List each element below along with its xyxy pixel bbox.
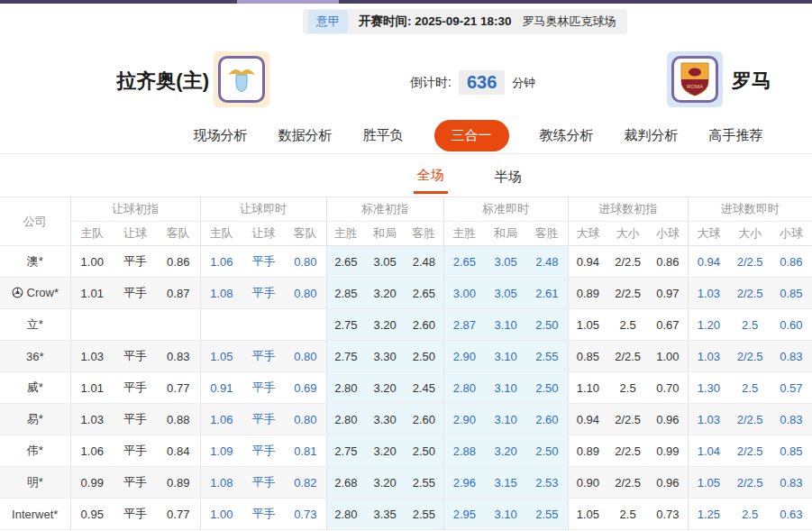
odds-cell: 1.10 (568, 372, 607, 404)
odds-cell: 2.50 (526, 309, 568, 341)
odds-cell: 1.30 (688, 372, 729, 404)
odds-cell: 3.10 (485, 404, 526, 435)
away-team-name: 罗马 (732, 68, 771, 95)
odds-cell: 2.45 (405, 372, 443, 404)
odds-cell: 3.05 (485, 246, 526, 278)
odds-cell: 3.20 (365, 278, 405, 309)
nav-tab-three-in-one[interactable]: 三合一 (434, 120, 509, 151)
odds-cell: 0.85 (771, 278, 812, 309)
subcol-header: 客胜 (526, 222, 568, 246)
away-team-badge: ROMA (667, 51, 723, 107)
company-cell[interactable]: 威* (0, 372, 70, 404)
odds-cell: 1.03 (688, 278, 729, 309)
subcol-header: 让球 (242, 222, 285, 246)
odds-cell: 1.01 (70, 372, 114, 404)
odds-cell (114, 309, 157, 341)
group-header-2: 标准初指 (326, 197, 443, 222)
odds-cell: 0.86 (157, 246, 200, 278)
odds-cell: 1.06 (200, 246, 242, 278)
odds-cell (242, 309, 285, 341)
odds-cell: 2.48 (405, 246, 443, 278)
odds-cell: 2.5 (607, 372, 648, 404)
subcol-header: 大球 (688, 222, 729, 246)
odds-row-36: 36*1.03平手0.831.05平手0.802.753.302.502.903… (0, 341, 812, 372)
odds-cell: 1.08 (200, 467, 242, 499)
odds-cell: 2.50 (405, 341, 443, 372)
odds-cell: 1.03 (70, 341, 114, 372)
countdown-value: 636 (459, 70, 505, 95)
odds-cell: 0.77 (157, 499, 200, 530)
match-meta-bar: 意甲 开赛时间: 2025-09-21 18:30 罗马奥林匹克球场 (303, 9, 627, 34)
group-header-5: 进球数即时 (688, 197, 812, 222)
odds-cell: 0.89 (157, 467, 200, 499)
odds-cell: 2.55 (405, 467, 443, 499)
odds-cell: 平手 (114, 499, 157, 530)
league-tag[interactable]: 意甲 (308, 10, 348, 33)
odds-cell: 1.01 (70, 278, 114, 309)
odds-cell: 0.90 (568, 467, 607, 499)
group-header-4: 进球数初指 (568, 197, 688, 222)
company-cell[interactable]: 澳* (0, 246, 70, 278)
company-cell[interactable]: 36* (0, 341, 70, 372)
odds-cell: 0.99 (648, 435, 688, 467)
odds-cell: 3.20 (365, 372, 405, 404)
subtab-half-time[interactable]: 半场 (491, 160, 525, 193)
odds-cell: 平手 (114, 341, 157, 372)
odds-cell: 2.5 (607, 499, 648, 530)
odds-cell (70, 309, 114, 341)
odds-cell: 2.85 (326, 278, 365, 309)
odds-cell: 2.55 (526, 499, 568, 530)
odds-cell: 0.83 (771, 404, 812, 435)
countdown: 倒计时: 636 分钟 (410, 70, 535, 95)
top-progress-segment (237, 0, 339, 4)
company-column-header: 公司 (0, 197, 70, 246)
odds-cell: 2.88 (443, 435, 485, 467)
company-cell[interactable]: 立* (0, 309, 70, 341)
odds-cell: 平手 (114, 372, 157, 404)
nav-tab-referee-analysis[interactable]: 裁判分析 (625, 127, 679, 144)
company-cell[interactable]: 伟* (0, 435, 70, 467)
odds-row-易: 易*1.03平手0.881.06平手0.802.803.302.602.903.… (0, 404, 812, 435)
odds-cell: 2.80 (326, 499, 365, 530)
odds-cell: 0.94 (568, 404, 607, 435)
company-cell[interactable]: Interwet* (0, 499, 70, 530)
odds-cell: 1.05 (688, 467, 729, 499)
subcol-header: 客队 (285, 222, 326, 246)
subcol-header: 客胜 (405, 222, 443, 246)
nav-tab-coach-analysis[interactable]: 教练分析 (540, 127, 594, 144)
nav-tab-live-analysis[interactable]: 现场分析 (194, 127, 248, 144)
nav-tab-expert-picks[interactable]: 高手推荐 (709, 127, 763, 144)
odds-cell: 0.85 (568, 341, 607, 372)
odds-cell: 3.00 (443, 278, 485, 309)
company-cell[interactable]: 易* (0, 404, 70, 435)
odds-cell: 2.55 (405, 499, 443, 530)
nav-tab-win-draw-lose[interactable]: 胜平负 (363, 127, 404, 144)
odds-row-Crow: Crow*1.01平手0.871.08平手0.802.853.202.653.0… (0, 278, 812, 309)
kickoff-time: 开赛时间: 2025-09-21 18:30 (359, 14, 512, 30)
odds-cell: 0.69 (285, 372, 326, 404)
odds-cell: 0.85 (771, 435, 812, 467)
odds-cell: 0.80 (285, 404, 326, 435)
subcol-header: 和局 (365, 222, 405, 246)
odds-cell: 0.82 (285, 467, 326, 499)
company-cell[interactable]: 明* (0, 467, 70, 499)
odds-cell: 0.97 (648, 278, 688, 309)
odds-cell: 0.60 (771, 309, 812, 341)
odds-cell: 2.61 (526, 278, 568, 309)
odds-row-威: 威*1.01平手0.770.91平手0.692.803.202.452.803.… (0, 372, 812, 404)
odds-cell: 2.90 (443, 404, 485, 435)
odds-cell: 2.75 (326, 435, 365, 467)
odds-cell: 2.5 (607, 309, 648, 341)
company-cell[interactable]: Crow* (0, 278, 70, 309)
odds-cell (200, 309, 242, 341)
odds-cell (285, 309, 326, 341)
odds-row-伟: 伟*1.06平手0.841.09平手0.812.753.202.502.883.… (0, 435, 812, 467)
odds-cell: 2.60 (405, 309, 443, 341)
nav-tab-data-analysis[interactable]: 数据分析 (278, 127, 333, 144)
subtab-full-time[interactable]: 全场 (414, 158, 448, 194)
odds-cell: 2.53 (526, 467, 568, 499)
roma-crest-icon: ROMA (679, 61, 711, 97)
odds-row-澳: 澳*1.00平手0.861.06平手0.802.653.052.482.653.… (0, 246, 812, 278)
subcol-header: 主队 (70, 222, 114, 246)
odds-row-Interwet: Interwet*0.95平手0.771.00平手0.732.803.352.5… (0, 499, 812, 530)
